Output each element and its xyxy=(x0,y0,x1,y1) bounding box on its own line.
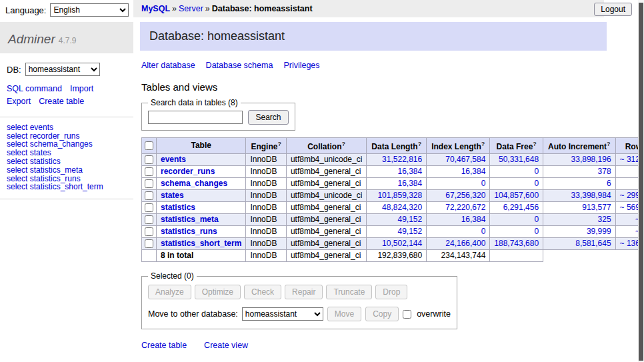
help-link[interactable]: ? xyxy=(342,141,346,147)
auto-increment-value-link[interactable]: 33,898,196 xyxy=(571,155,611,164)
db-nav-links: Alter databaseDatabase schemaPrivileges xyxy=(141,61,607,70)
optimize-button[interactable]: Optimize xyxy=(195,285,241,299)
db-select[interactable]: homeassistant xyxy=(25,63,100,76)
data-length-value-link[interactable]: 16,384 xyxy=(397,179,422,188)
row-checkbox[interactable] xyxy=(145,215,153,224)
export-link[interactable]: Export xyxy=(7,97,31,106)
help-link[interactable]: ? xyxy=(418,141,422,147)
index-length-value-link[interactable]: 70,467,584 xyxy=(445,155,485,164)
data-free-value-link[interactable]: 0 xyxy=(534,179,539,188)
data-free-value-link[interactable]: 0 xyxy=(534,215,539,224)
search-button[interactable]: Search xyxy=(248,110,288,125)
sidebar-table-link[interactable]: select statistics xyxy=(7,157,127,166)
table-name-link[interactable]: events xyxy=(161,155,186,164)
index-length-value-link[interactable]: 0 xyxy=(481,179,486,188)
row-checkbox[interactable] xyxy=(145,203,153,212)
auto-increment-value-link[interactable]: 6 xyxy=(607,179,611,188)
table-name-link[interactable]: schema_changes xyxy=(161,179,227,188)
row-checkbox[interactable] xyxy=(145,179,153,188)
search-input[interactable] xyxy=(148,111,243,124)
data-length-value-link[interactable]: 101,859,328 xyxy=(377,191,422,200)
cell-data-length: 49,152 xyxy=(367,214,427,226)
data-free-value-link[interactable]: 0 xyxy=(534,167,539,176)
table-name-cell: states xyxy=(157,190,246,202)
alter-database-link[interactable]: Alter database xyxy=(141,61,195,70)
cell-data-length: 10,502,144 xyxy=(367,238,427,250)
column-header-table: Table xyxy=(157,138,246,154)
copy-button[interactable]: Copy xyxy=(365,307,399,321)
create-table-link-main[interactable]: Create table xyxy=(141,341,187,350)
breadcrumb-server-link[interactable]: Server xyxy=(179,4,203,13)
help-link[interactable]: ? xyxy=(533,141,537,147)
data-free-value-link[interactable]: 104,857,600 xyxy=(494,191,539,200)
column-header-data-length: Data Length? xyxy=(367,138,427,154)
table-name-link[interactable]: statistics_runs xyxy=(161,227,217,236)
create-view-link[interactable]: Create view xyxy=(204,341,248,350)
move-db-select[interactable]: homeassistant xyxy=(242,307,323,321)
repair-button[interactable]: Repair xyxy=(285,285,323,299)
drop-button[interactable]: Drop xyxy=(375,285,407,299)
table-name-link[interactable]: statistics_meta xyxy=(161,215,219,224)
scrollbar-thumb[interactable] xyxy=(639,3,643,361)
sidebar-table-link[interactable]: select statistics_meta xyxy=(7,166,127,175)
index-length-value-link[interactable]: 72,220,672 xyxy=(445,203,485,212)
scrollbar[interactable] xyxy=(638,0,644,362)
cell-engine: InnoDB xyxy=(246,178,287,190)
row-checkbox[interactable] xyxy=(145,239,153,248)
app-header: Adminer4.7.9 xyxy=(0,22,133,53)
cell-data-free: 188,743,680 xyxy=(490,238,543,250)
language-select[interactable]: English xyxy=(50,3,129,17)
data-length-value-link[interactable]: 31,522,816 xyxy=(382,155,422,164)
row-checkbox[interactable] xyxy=(145,227,153,236)
index-length-value-link[interactable]: 16,384 xyxy=(461,167,486,176)
create-table-link[interactable]: Create table xyxy=(39,97,84,106)
help-link[interactable]: ? xyxy=(607,141,611,147)
data-length-value-link[interactable]: 48,824,320 xyxy=(382,203,422,212)
move-button[interactable]: Move xyxy=(327,307,361,321)
data-free-value-link[interactable]: 6,291,456 xyxy=(503,203,539,212)
auto-increment-value-link[interactable]: 33,398,984 xyxy=(571,191,611,200)
auto-increment-value-link[interactable]: 913,577 xyxy=(582,203,611,212)
row-checkbox[interactable] xyxy=(145,167,153,176)
overwrite-checkbox[interactable] xyxy=(403,310,411,319)
data-length-value-link[interactable]: 49,152 xyxy=(397,215,422,224)
data-length-value-link[interactable]: 49,152 xyxy=(397,227,422,236)
sidebar-table-link[interactable]: select events xyxy=(7,123,127,132)
sql-command-link[interactable]: SQL command xyxy=(7,84,62,93)
table-name-link[interactable]: recorder_runs xyxy=(161,167,215,176)
row-checkbox[interactable] xyxy=(145,155,153,164)
breadcrumb-mysql-link[interactable]: MySQL xyxy=(141,4,170,13)
data-free-value-link[interactable]: 0 xyxy=(534,227,539,236)
cell-index-length: 0 xyxy=(427,178,490,190)
data-length-value-link[interactable]: 10,502,144 xyxy=(382,239,422,248)
cell-collation: utf8mb4_unicode_ci xyxy=(286,154,366,166)
search-fieldset: Search data in tables (8) Search xyxy=(141,98,295,131)
import-link[interactable]: Import xyxy=(70,84,93,93)
data-free-value-link[interactable]: 50,331,648 xyxy=(499,155,539,164)
auto-increment-value-link[interactable]: 378 xyxy=(598,167,611,176)
truncate-button[interactable]: Truncate xyxy=(326,285,372,299)
table-name-link[interactable]: states xyxy=(161,191,184,200)
auto-increment-value-link[interactable]: 325 xyxy=(598,215,611,224)
check-button[interactable]: Check xyxy=(244,285,281,299)
select-all-checkbox[interactable] xyxy=(145,141,153,150)
analyze-button[interactable]: Analyze xyxy=(148,285,191,299)
database-schema-link[interactable]: Database schema xyxy=(206,61,273,70)
auto-increment-value-link[interactable]: 8,581,645 xyxy=(575,239,611,248)
privileges-link[interactable]: Privileges xyxy=(283,61,319,70)
row-checkbox[interactable] xyxy=(145,191,153,200)
data-free-value-link[interactable]: 188,743,680 xyxy=(494,239,539,248)
help-link[interactable]: ? xyxy=(481,141,485,147)
data-length-value-link[interactable]: 16,384 xyxy=(397,167,422,176)
index-length-value-link[interactable]: 0 xyxy=(481,227,486,236)
help-link[interactable]: ? xyxy=(277,141,281,147)
table-name-link[interactable]: statistics_short_term xyxy=(161,239,241,248)
cell-auto-increment: 913,577 xyxy=(543,202,616,214)
index-length-value-link[interactable]: 24,166,400 xyxy=(445,239,485,248)
table-name-link[interactable]: statistics xyxy=(161,203,195,212)
sidebar-table-link[interactable]: select statistics_short_term xyxy=(7,183,127,191)
logout-button[interactable]: Logout xyxy=(594,3,632,16)
auto-increment-value-link[interactable]: 39,999 xyxy=(587,227,611,236)
index-length-value-link[interactable]: 16,384 xyxy=(461,215,486,224)
index-length-value-link[interactable]: 67,256,320 xyxy=(445,191,485,200)
